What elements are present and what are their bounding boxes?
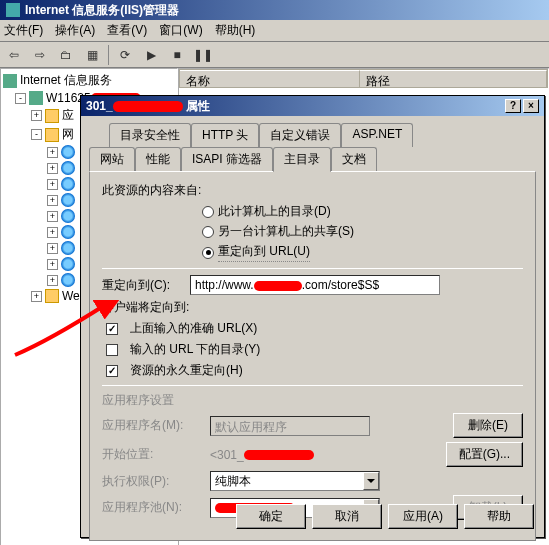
chk-child-label: 输入的 URL 下的目录(Y) xyxy=(130,341,260,358)
back-icon[interactable]: ⇦ xyxy=(4,45,24,65)
menu-file[interactable]: 文件(F) xyxy=(4,22,43,39)
collapse-icon[interactable]: - xyxy=(15,93,26,104)
properties-dialog: 301_ 属性 ? × 目录安全性 HTTP 头 自定义错误 ASP.NET 网… xyxy=(80,95,545,538)
tree-wel[interactable]: We xyxy=(62,289,80,303)
expand-icon[interactable]: + xyxy=(47,243,58,254)
tree-root[interactable]: Internet 信息服务 xyxy=(20,72,112,89)
tab-home[interactable]: 主目录 xyxy=(273,147,331,172)
tree-web[interactable]: 网 xyxy=(62,126,74,143)
expand-icon[interactable]: + xyxy=(47,275,58,286)
help-icon[interactable]: ? xyxy=(505,99,521,113)
pool-label: 应用程序池(N): xyxy=(102,499,202,516)
chk-exact-label: 上面输入的准确 URL(X) xyxy=(130,320,257,337)
app-icon xyxy=(6,3,20,17)
pause-icon[interactable]: ❚❚ xyxy=(193,45,213,65)
globe-icon xyxy=(61,257,75,271)
menu-action[interactable]: 操作(A) xyxy=(55,22,95,39)
chevron-down-icon[interactable] xyxy=(363,472,379,490)
tab-perf[interactable]: 性能 xyxy=(135,147,181,172)
chk-perm-label: 资源的永久重定向(H) xyxy=(130,362,243,379)
redirect-url-input[interactable]: http://www..com/store$S$ xyxy=(190,275,440,295)
tab-isapi[interactable]: ISAPI 筛选器 xyxy=(181,147,273,172)
delete-button[interactable]: 删除(E) xyxy=(453,413,523,438)
tab-httph[interactable]: HTTP 头 xyxy=(191,123,259,147)
app-settings-label: 应用程序设置 xyxy=(102,392,523,409)
globe-icon xyxy=(61,145,75,159)
redirect-to-label: 重定向到(C): xyxy=(102,277,182,294)
menu-window[interactable]: 窗口(W) xyxy=(159,22,202,39)
client-label: 客户端将定向到: xyxy=(102,299,523,316)
folder-icon xyxy=(45,289,59,303)
expand-icon[interactable]: + xyxy=(47,227,58,238)
globe-icon xyxy=(61,241,75,255)
dialog-titlebar[interactable]: 301_ 属性 ? × xyxy=(81,96,544,116)
expand-icon[interactable]: + xyxy=(47,163,58,174)
forward-icon[interactable]: ⇨ xyxy=(30,45,50,65)
columns-header: 名称 路径 xyxy=(179,69,548,88)
globe-icon xyxy=(61,161,75,175)
expand-icon[interactable]: + xyxy=(31,110,42,121)
globe-icon xyxy=(61,209,75,223)
radio-share[interactable] xyxy=(202,226,214,238)
tab-body: 此资源的内容来自: 此计算机上的目录(D) 另一台计算机上的共享(S) 重定向到… xyxy=(89,171,536,541)
chk-exact[interactable] xyxy=(106,323,118,335)
chk-perm[interactable] xyxy=(106,365,118,377)
collapse-icon[interactable]: - xyxy=(31,129,42,140)
globe-icon xyxy=(61,193,75,207)
apply-button[interactable]: 应用(A) xyxy=(388,504,458,529)
refresh-icon[interactable]: ⟳ xyxy=(115,45,135,65)
globe-icon xyxy=(61,225,75,239)
app-name-input: 默认应用程序 xyxy=(210,416,370,436)
col-path[interactable]: 路径 xyxy=(360,70,547,87)
radio-localdir[interactable] xyxy=(202,206,214,218)
chk-child[interactable] xyxy=(106,344,118,356)
play-icon[interactable]: ▶ xyxy=(141,45,161,65)
folder-icon xyxy=(45,109,59,123)
radio-share-label: 另一台计算机上的共享(S) xyxy=(218,223,354,240)
stop-icon[interactable]: ■ xyxy=(167,45,187,65)
radio-redirect[interactable] xyxy=(202,247,214,259)
ok-button[interactable]: 确定 xyxy=(236,504,306,529)
col-name[interactable]: 名称 xyxy=(180,70,360,87)
radio-redirect-label: 重定向到 URL(U) xyxy=(218,243,310,262)
expand-icon[interactable]: + xyxy=(31,291,42,302)
dialog-title: 301_ 属性 xyxy=(86,98,210,115)
main-titlebar: Internet 信息服务(IIS)管理器 xyxy=(0,0,549,20)
cancel-button[interactable]: 取消 xyxy=(312,504,382,529)
computer-icon xyxy=(29,91,43,105)
tab-asp[interactable]: ASP.NET xyxy=(341,123,413,147)
start-label: 开始位置: xyxy=(102,446,202,463)
toolbar: ⇦ ⇨ 🗀 ▦ ⟳ ▶ ■ ❚❚ xyxy=(0,42,549,68)
globe-icon xyxy=(61,177,75,191)
tab-site[interactable]: 网站 xyxy=(89,147,135,172)
expand-icon[interactable]: + xyxy=(47,259,58,270)
server-icon xyxy=(3,74,17,88)
close-icon[interactable]: × xyxy=(523,99,539,113)
menu-view[interactable]: 查看(V) xyxy=(107,22,147,39)
radio-localdir-label: 此计算机上的目录(D) xyxy=(218,203,331,220)
app-name-label: 应用程序名(M): xyxy=(102,417,202,434)
menubar: 文件(F) 操作(A) 查看(V) 窗口(W) 帮助(H) xyxy=(0,20,549,42)
tree-apps[interactable]: 应 xyxy=(62,107,74,124)
exec-perm-label: 执行权限(P): xyxy=(102,473,202,490)
expand-icon[interactable]: + xyxy=(47,211,58,222)
help-button[interactable]: 帮助 xyxy=(464,504,534,529)
globe-icon xyxy=(61,273,75,287)
menu-help[interactable]: 帮助(H) xyxy=(215,22,256,39)
props-icon[interactable]: ▦ xyxy=(82,45,102,65)
folder-icon xyxy=(45,128,59,142)
source-label: 此资源的内容来自: xyxy=(102,182,523,199)
expand-icon[interactable]: + xyxy=(47,147,58,158)
exec-perm-select[interactable]: 纯脚本 xyxy=(210,471,380,491)
config-button[interactable]: 配置(G)... xyxy=(446,442,523,467)
tab-dirsec[interactable]: 目录安全性 xyxy=(109,123,191,147)
start-value: <301_ xyxy=(210,448,314,462)
up-icon[interactable]: 🗀 xyxy=(56,45,76,65)
expand-icon[interactable]: + xyxy=(47,179,58,190)
tab-docs[interactable]: 文档 xyxy=(331,147,377,172)
tab-custerr[interactable]: 自定义错误 xyxy=(259,123,341,147)
expand-icon[interactable]: + xyxy=(47,195,58,206)
window-title: Internet 信息服务(IIS)管理器 xyxy=(25,2,179,19)
